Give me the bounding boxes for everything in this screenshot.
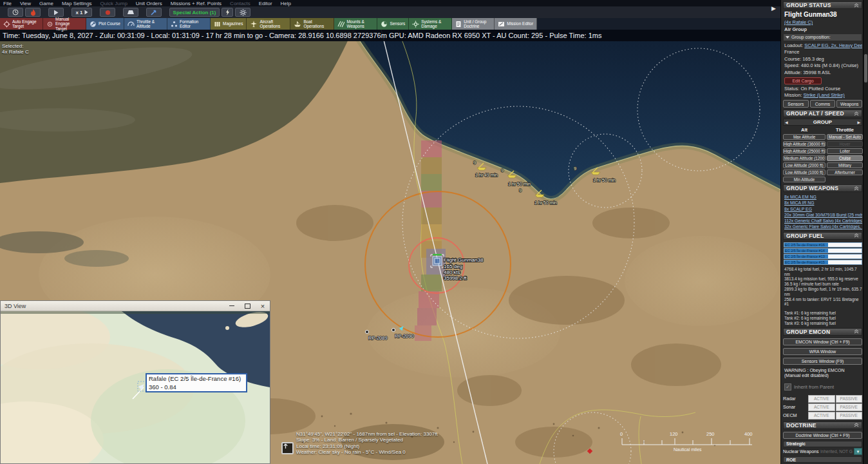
ribbon-mounts-weapons[interactable]: Mounts & Weapons [334, 18, 377, 30]
oecm-active-button[interactable]: ACTIVE [808, 412, 835, 420]
tab-weapons[interactable]: Weapons [836, 100, 862, 108]
dropdown-icon[interactable]: ▼ [854, 448, 862, 455]
throttle-cruise[interactable]: Cruise [827, 155, 863, 162]
ribbon-sensors[interactable]: Sensors [377, 18, 409, 30]
throttle-loiter[interactable]: Loiter [827, 148, 863, 155]
menu-game[interactable]: Game [39, 1, 53, 6]
tab-sensors[interactable]: Sensors [783, 100, 809, 108]
doctrine-window-button[interactable]: Doctrine Window (Ctrl + F9) [783, 432, 862, 439]
dome-icon [127, 10, 135, 15]
ribbon-formation-editor[interactable]: Formation Editor [167, 18, 211, 30]
menu-missions-ref-points[interactable]: Missions + Ref. Points [171, 1, 222, 6]
ribbon-plot-course[interactable]: Plot Course [86, 18, 124, 30]
weapon-flare[interactable]: 32x Generic Flare Salvo [4x Cartridges, … [784, 224, 862, 229]
weapon-chaff[interactable]: 112x Generic Chaff Salvo [4x Cartridges] [784, 218, 862, 224]
weapon-giat-burst[interactable]: 20x 30mm Giat 30/M791B Burst [25 rnds] [784, 213, 862, 218]
group-fuel-header[interactable]: GROUP FUEL [783, 232, 862, 240]
alt-high-36000[interactable]: High Altitude (36000 ft) [783, 141, 826, 148]
menu-view[interactable]: View [20, 1, 31, 6]
collapse-icon[interactable] [854, 329, 859, 334]
alt-low-2000[interactable]: Low Altitude (2000 ft) [783, 162, 826, 169]
throttle-afterburner[interactable]: Afterburner [827, 169, 863, 176]
group-weapons-header[interactable]: GROUP WEAPONS [783, 184, 862, 192]
weapon-mica-em[interactable]: 8x MICA EM NG [784, 195, 862, 200]
scenario-fire-button[interactable] [25, 8, 41, 17]
next-arrow-icon[interactable]: ▶ [857, 120, 860, 124]
ribbon-magazines[interactable]: Magazines [211, 18, 247, 30]
sensors-window-button[interactable]: Sensors Window (F9) [783, 358, 862, 365]
alt-low-1000[interactable]: Low Altitude (1000 ft) [783, 169, 826, 176]
alt-medium[interactable]: Medium Altitude (1200 [783, 155, 826, 162]
special-action-button[interactable]: Special Action (1) [169, 8, 220, 17]
alt-high-25000[interactable]: High Altitude (25000 ft) [783, 148, 826, 155]
menu-editor[interactable]: Editor [259, 1, 272, 6]
collapse-icon[interactable] [854, 423, 859, 427]
recenter-button[interactable] [281, 442, 294, 454]
mission-link[interactable]: Strike (Land Strike) [804, 92, 845, 98]
range-symbol-button[interactable] [123, 8, 138, 17]
menu-help[interactable]: Help [281, 1, 291, 6]
throttle-manual-set-auto[interactable]: Manual - Set Auto [827, 134, 863, 140]
collapse-icon[interactable] [854, 111, 859, 116]
weapon-scalp[interactable]: 8x SCALP EG [784, 207, 862, 212]
checkbox-checked-icon[interactable]: ✓ [784, 383, 791, 391]
sonar-passive-button[interactable]: PASSIVE [836, 403, 863, 411]
game-clock-button[interactable] [8, 8, 23, 17]
collapse-icon[interactable] [854, 3, 859, 8]
scrollbar-thumb[interactable] [864, 54, 867, 82]
sidebar-toggle-arrow[interactable]: ▶ [771, 5, 776, 12]
record-button[interactable] [100, 8, 115, 17]
oecm-passive-button[interactable]: PASSIVE [836, 412, 863, 420]
composition-label: Group composition: [791, 35, 831, 39]
group-alt-speed-header[interactable]: GROUP ALT / SPEED [783, 110, 862, 117]
radar-passive-button[interactable]: PASSIVE [836, 395, 863, 403]
ribbon-manual-engage-target[interactable]: Manual Engage Target [43, 18, 86, 30]
collapse-icon[interactable] [854, 233, 859, 238]
menu-unit-orders[interactable]: Unit Orders [136, 1, 162, 6]
group-class-link[interactable]: (4x Rafale C) [784, 19, 813, 25]
lightning-icon [225, 9, 230, 15]
group-status-header[interactable]: GROUP STATUS [783, 1, 862, 9]
3d-view-window[interactable]: 3D View × [0, 300, 270, 464]
3d-view-titlebar[interactable]: 3D View × [1, 301, 270, 311]
group-emcon-header[interactable]: GROUP EMCON [783, 328, 862, 336]
course: Course: 165.3 deg [784, 56, 862, 62]
doctrine-header[interactable]: DOCTRINE [783, 421, 862, 429]
group-composition-bar[interactable]: Group composition: [783, 34, 862, 41]
sidebar-scrollbar[interactable] [863, 0, 868, 464]
selected-unit-readout: Selected: 4x Rafale C [2, 43, 29, 55]
ribbon-aircraft-operations[interactable]: Aircraft Operations [247, 18, 290, 30]
loadout-link[interactable]: SCALP EG, 2x, Heavy Deep Strike [804, 43, 862, 48]
collapse-icon[interactable] [854, 186, 859, 191]
minimize-icon[interactable] [229, 303, 235, 309]
time-compression-button[interactable]: x 1 [71, 8, 92, 17]
ribbon-throttle-altitude[interactable]: Throttle & Altitude [124, 18, 167, 30]
3d-view-canvas[interactable]: Rafale (EC 2/5 Île-de-France #16) 360 - … [1, 311, 270, 463]
ribbon-systems-damage[interactable]: Systems & Damage [409, 18, 452, 30]
weapon-mica-ir[interactable]: 8x MICA IR NG [784, 200, 862, 206]
settings-button[interactable] [235, 8, 250, 17]
ribbon-boat-operations[interactable]: Boat Operations [290, 18, 334, 30]
ribbon-unit-group-doctrine[interactable]: Unit / Group Doctrine [452, 18, 495, 30]
maximize-icon[interactable] [244, 303, 250, 309]
radar-active-button[interactable]: ACTIVE [808, 395, 835, 403]
close-icon[interactable]: × [259, 303, 266, 309]
alt-max[interactable]: Max Altitude [783, 134, 826, 140]
menu-map-settings[interactable]: Map Settings [62, 1, 92, 6]
jump-to-button[interactable] [146, 8, 162, 17]
edit-cargo-button[interactable]: Edit Cargo [784, 77, 822, 84]
sonar-active-button[interactable]: ACTIVE [808, 403, 835, 411]
ribbon-auto-engage-target[interactable]: Auto Engage Target [0, 18, 43, 30]
menu-file[interactable]: File [3, 1, 12, 6]
wra-window-button[interactable]: WRA Window [783, 348, 862, 355]
country: France [784, 49, 862, 55]
svg-text:9: 9 [501, 168, 504, 173]
throttle-military[interactable]: Military [827, 162, 863, 169]
lightning-button[interactable] [222, 8, 233, 17]
ribbon-label: Manual Engage Target [55, 17, 82, 30]
alt-min[interactable]: Min Altitude [783, 177, 826, 183]
emcon-window-button[interactable]: EMCON Window (Ctrl + F9) [783, 338, 862, 345]
play-button[interactable] [48, 8, 64, 17]
ribbon-mission-editor[interactable]: Mission Editor [495, 18, 537, 30]
tab-comms[interactable]: Comms [810, 100, 836, 108]
